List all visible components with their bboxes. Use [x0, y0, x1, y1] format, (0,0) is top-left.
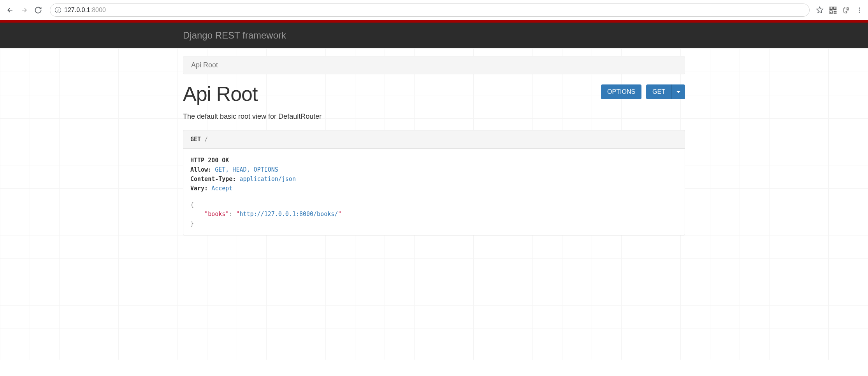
back-button[interactable]: [5, 5, 16, 16]
qr-code-icon[interactable]: [829, 6, 837, 14]
forward-button[interactable]: [19, 5, 30, 16]
svg-rect-9: [835, 12, 836, 14]
drf-navbar: Django REST framework: [0, 23, 868, 48]
options-button[interactable]: OPTIONS: [601, 84, 641, 99]
svg-point-10: [859, 7, 860, 9]
request-method: GET: [190, 136, 201, 143]
breadcrumb-item[interactable]: Api Root: [191, 61, 218, 69]
bookmark-star-icon[interactable]: [816, 6, 824, 14]
address-bar[interactable]: i 127.0.0.1:8000: [50, 4, 810, 17]
svg-rect-7: [835, 11, 836, 12]
get-button[interactable]: GET: [646, 84, 671, 99]
svg-point-11: [859, 9, 860, 11]
response-header: Content-Type: application/json: [190, 174, 678, 184]
page-title: Api Root: [183, 82, 257, 105]
breadcrumb: Api Root: [183, 56, 685, 74]
svg-rect-1: [830, 7, 831, 9]
url-text: 127.0.0.1:8000: [64, 7, 106, 14]
svg-rect-8: [834, 12, 835, 14]
request-info: GET /: [183, 130, 685, 149]
evernote-icon[interactable]: [842, 6, 850, 14]
site-info-icon[interactable]: i: [55, 7, 61, 13]
brand-link[interactable]: Django REST framework: [183, 30, 286, 40]
svg-rect-3: [835, 7, 836, 9]
page-description: The default basic root view for DefaultR…: [183, 112, 685, 121]
svg-rect-6: [834, 11, 835, 12]
caret-down-icon: [676, 91, 680, 93]
response-header: Allow: GET, HEAD, OPTIONS: [190, 165, 678, 174]
browser-toolbar: i 127.0.0.1:8000: [0, 0, 868, 20]
svg-rect-5: [830, 12, 831, 13]
books-url-link[interactable]: http://127.0.0.1:8000/books/: [239, 211, 338, 218]
response-panel: HTTP 200 OK Allow: GET, HEAD, OPTIONS Co…: [183, 149, 685, 235]
get-dropdown-toggle[interactable]: [671, 84, 685, 99]
response-body: { "books": "http://127.0.0.1:8000/books/…: [190, 200, 678, 228]
response-header: Vary: Accept: [190, 184, 678, 193]
response-status: HTTP 200 OK: [190, 156, 678, 165]
menu-dots-icon[interactable]: [856, 6, 863, 14]
request-path: /: [204, 136, 208, 143]
reload-button[interactable]: [33, 5, 44, 16]
svg-point-12: [859, 11, 860, 12]
